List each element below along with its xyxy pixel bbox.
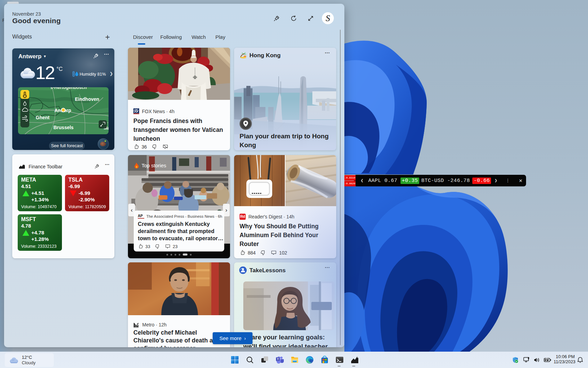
svg-text:Ghent: Ghent	[36, 115, 50, 120]
svg-text:Brussels: Brussels	[53, 125, 74, 130]
svg-text:AP: AP	[138, 214, 143, 218]
svg-text:T: T	[277, 357, 279, 361]
svg-text:Eindhoven: Eindhoven	[75, 96, 99, 102]
svg-text:s-Hertogenbosch: s-Hertogenbosch	[50, 87, 87, 90]
